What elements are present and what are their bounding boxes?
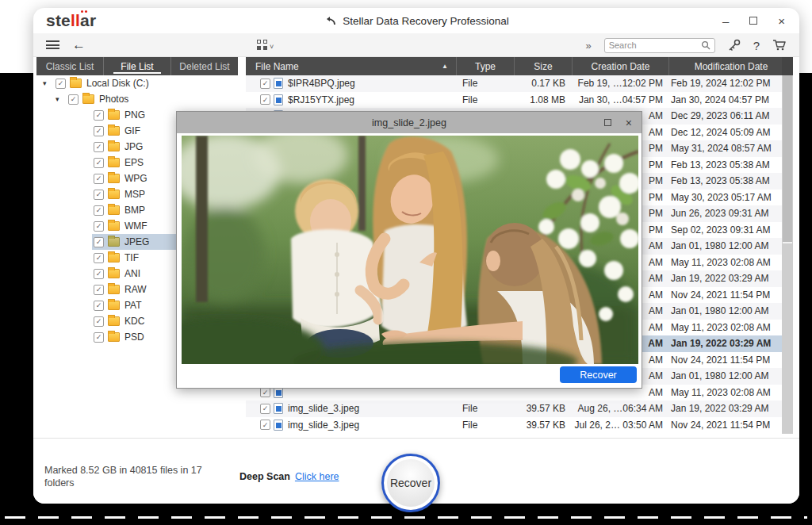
- expand-arrow-icon[interactable]: ▾: [56, 95, 65, 103]
- tree-item-label: JPG: [124, 141, 143, 152]
- file-name: $IPR4BPQ.jpeg: [288, 78, 355, 89]
- file-icon: [274, 420, 283, 431]
- folder-icon: [82, 94, 94, 104]
- caret-down-icon[interactable]: ˅: [270, 43, 274, 51]
- row-checkbox[interactable]: ✓: [260, 420, 270, 430]
- preview-recover-button[interactable]: Recover: [560, 366, 637, 383]
- folder-icon: [108, 269, 120, 278]
- folder-icon: [108, 205, 120, 215]
- tree-item-label: Photos: [99, 94, 128, 105]
- file-modification-date: Jan 01, 1980 12:00 AM: [668, 305, 782, 316]
- file-creation-date: Jan 30, …04:57 PM: [572, 94, 668, 105]
- expand-arrow-icon[interactable]: ▾: [43, 79, 52, 87]
- sort-ascending-icon[interactable]: ▲: [442, 63, 448, 70]
- folder-icon: [108, 253, 120, 262]
- table-row[interactable]: ✓ $IPR4BPQ.jpeg File 0.17 KB Feb 19, …12…: [246, 75, 782, 92]
- minimize-button[interactable]: –: [722, 15, 729, 27]
- tree-checkbox[interactable]: ✓: [94, 253, 104, 263]
- preview-title-bar[interactable]: img_slide_2.jpeg ×: [177, 112, 642, 133]
- logo-dots: [81, 10, 83, 13]
- tree-checkbox[interactable]: ✓: [68, 94, 79, 105]
- file-modification-date: Feb 13, 2023 05:38 AM: [668, 175, 782, 186]
- folder-icon: [108, 237, 120, 247]
- tree-checkbox[interactable]: ✓: [94, 110, 104, 121]
- tree-item[interactable]: ▾ ✓ Local Disk (C:): [36, 75, 238, 91]
- file-modification-date: Nov 24, 2021 11:54 PM: [668, 354, 782, 366]
- logo-text: ar: [80, 11, 96, 29]
- column-header-size[interactable]: Size: [514, 57, 572, 75]
- column-header-creation[interactable]: Creation Date: [572, 57, 668, 75]
- logo-text-red: ll: [71, 11, 80, 29]
- preview-maximize-button[interactable]: [604, 119, 611, 126]
- tree-checkbox[interactable]: ✓: [94, 126, 104, 136]
- tree-checkbox[interactable]: ✓: [94, 158, 104, 168]
- close-button[interactable]: ×: [778, 15, 785, 27]
- tree-checkbox[interactable]: ✓: [94, 301, 104, 311]
- tree-checkbox[interactable]: ✓: [94, 190, 104, 200]
- row-checkbox[interactable]: ✓: [260, 404, 270, 414]
- cart-icon[interactable]: [772, 39, 787, 52]
- recover-button[interactable]: Recover: [381, 454, 440, 512]
- tree-checkbox[interactable]: ✓: [94, 285, 104, 295]
- tree-checkbox[interactable]: ✓: [94, 237, 104, 247]
- table-row[interactable]: ✓ img_slide_3.jpeg File 39.57 KB Aug 26,…: [246, 400, 782, 417]
- key-icon[interactable]: [728, 39, 741, 52]
- preview-close-button[interactable]: ×: [626, 117, 632, 128]
- row-checkbox[interactable]: ✓: [260, 94, 270, 105]
- vertical-scrollbar[interactable]: [782, 75, 793, 434]
- help-icon[interactable]: ?: [753, 39, 760, 52]
- tree-checkbox[interactable]: ✓: [94, 269, 104, 279]
- file-name: img_slide_3.jpeg: [288, 420, 359, 431]
- file-icon: [274, 403, 283, 414]
- column-header-type[interactable]: Type: [456, 57, 514, 75]
- file-icon: [274, 78, 283, 89]
- folder-icon: [108, 301, 120, 310]
- search-input[interactable]: [609, 40, 701, 50]
- title-bar: stellar Stellar Data Recovery Profession…: [33, 8, 799, 33]
- tree-item-label: WPG: [124, 173, 147, 184]
- table-row[interactable]: ✓ $RJ15YTX.jpeg File 1.08 MB Jan 30, …04…: [246, 92, 782, 109]
- menu-icon[interactable]: [46, 40, 59, 49]
- tree-item[interactable]: ▾ ✓ Photos: [36, 91, 238, 107]
- search-icon[interactable]: [701, 40, 710, 50]
- table-row[interactable]: ✓ img_slide_3.jpeg File 39.57 KB Jul 26,…: [246, 417, 782, 434]
- tree-checkbox[interactable]: ✓: [94, 142, 104, 152]
- tree-checkbox[interactable]: ✓: [94, 174, 104, 184]
- file-list-header: File Name ▲ Type Size Creation Date Modi…: [246, 57, 793, 75]
- tab-deleted-list[interactable]: Deleted List: [170, 57, 238, 75]
- tab-file-list[interactable]: File List: [103, 57, 170, 75]
- row-checkbox[interactable]: ✓: [260, 79, 270, 89]
- column-header-name[interactable]: File Name ▲: [246, 57, 456, 75]
- file-modification-date: Feb 19, 2024 12:02 PM: [668, 78, 782, 89]
- tab-classic-list[interactable]: Classic List: [36, 57, 103, 75]
- file-size: 39.57 KB: [514, 420, 572, 431]
- file-type: File: [456, 403, 514, 414]
- recovery-arrow-icon: [324, 16, 336, 26]
- tree-checkbox[interactable]: ✓: [94, 221, 104, 232]
- folder-icon: [108, 221, 120, 231]
- maximize-button[interactable]: [749, 17, 757, 25]
- column-header-modification[interactable]: Modification Date: [668, 57, 793, 75]
- view-layout-icon[interactable]: [257, 40, 267, 50]
- preview-photo: [182, 136, 638, 364]
- search-box[interactable]: [604, 38, 715, 53]
- overflow-chevrons-icon[interactable]: »: [585, 40, 591, 52]
- stellar-logo: stellar: [46, 11, 96, 30]
- file-creation-date: Jul 26, 2… 03:50 AM: [572, 420, 668, 431]
- file-type: File: [456, 420, 514, 431]
- folder-icon: [108, 110, 120, 120]
- scrollbar-thumb[interactable]: [783, 75, 792, 243]
- tree-checkbox[interactable]: ✓: [56, 79, 66, 89]
- window-title: Stellar Data Recovery Professional: [343, 15, 508, 27]
- file-modification-date: Feb 13, 2023 05:38 AM: [668, 159, 782, 171]
- file-modification-date: May 31, 2024 08:57 AM: [668, 143, 782, 154]
- deep-scan-link[interactable]: Click here: [295, 471, 339, 482]
- tree-checkbox[interactable]: ✓: [94, 316, 104, 327]
- row-checkbox[interactable]: ✓: [260, 387, 270, 397]
- tree-checkbox[interactable]: ✓: [94, 332, 104, 343]
- tree-item-label: JPEG: [124, 236, 149, 247]
- file-creation-date: Feb 19, …12:02 PM: [572, 78, 668, 89]
- tree-checkbox[interactable]: ✓: [94, 205, 104, 216]
- back-arrow-icon[interactable]: ←: [72, 38, 86, 52]
- folder-icon: [108, 285, 120, 294]
